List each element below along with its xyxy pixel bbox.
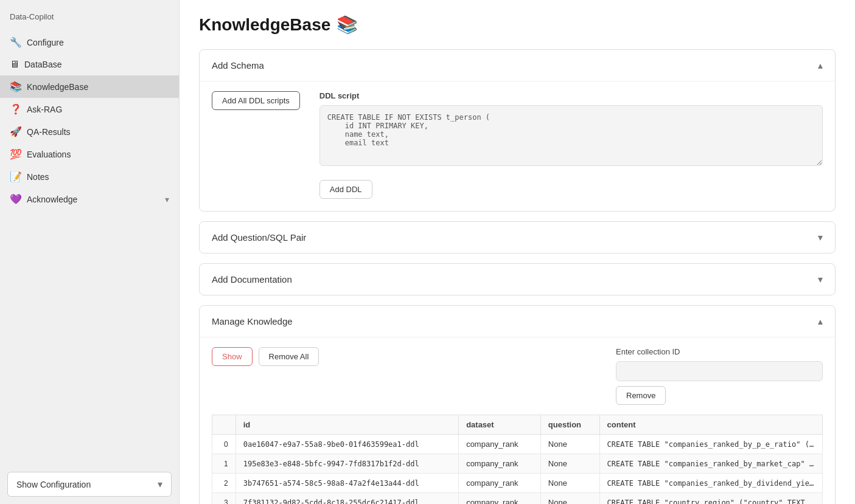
row-id: 195e83e3-e848-5bfc-9947-7fd8317b1f2d-ddl bbox=[236, 454, 458, 474]
row-dataset: company_rank bbox=[459, 435, 541, 454]
show-config-button[interactable]: Show Configuration ▾ bbox=[7, 472, 172, 497]
sidebar-label-evaluations: Evaluations bbox=[27, 150, 71, 159]
sidebar-label-configure: Configure bbox=[27, 38, 64, 47]
chevron-right-icon: ▾ bbox=[165, 195, 169, 204]
row-num: 0 bbox=[212, 435, 236, 454]
sidebar-item-evaluations[interactable]: 💯 Evaluations bbox=[0, 143, 179, 165]
collection-id-input[interactable] bbox=[616, 361, 823, 381]
manage-knowledge-section: Manage Knowledge ▴ Show Remove All Enter… bbox=[199, 305, 836, 504]
add-all-ddl-button[interactable]: Add All DDL scripts bbox=[212, 91, 300, 110]
sidebar-item-notes[interactable]: 📝 Notes bbox=[0, 165, 179, 188]
table-row: 2 3b747651-a574-58c5-98a8-47a2f4e13a44-d… bbox=[212, 474, 823, 493]
manage-knowledge-body: Show Remove All Enter collection ID Remo… bbox=[200, 337, 835, 504]
row-num: 3 bbox=[212, 493, 236, 505]
sidebar-label-knowledgebase: KnowledgeBase bbox=[27, 82, 88, 92]
sidebar-item-qa-results[interactable]: 🚀 QA-Results bbox=[0, 120, 179, 143]
table-row: 3 7f381132-9d82-5cdd-8c18-255dc6c21417-d… bbox=[212, 493, 823, 505]
add-question-section: Add Question/SQL Pair ▾ bbox=[199, 221, 836, 254]
row-content: CREATE TABLE "companies_ranked_by_p_e_ra… bbox=[599, 435, 822, 454]
manage-knowledge-header[interactable]: Manage Knowledge ▴ bbox=[200, 306, 835, 337]
chevron-down-icon-q: ▾ bbox=[818, 232, 823, 243]
sidebar: Data-Copilot 🔧 Configure 🖥 DataBase 📚 Kn… bbox=[0, 0, 180, 504]
page-title: KnowledgeBase 📚 bbox=[199, 15, 836, 35]
row-question: None bbox=[540, 435, 599, 454]
manage-knowledge-label: Manage Knowledge bbox=[212, 316, 293, 326]
chevron-up-icon-m: ▴ bbox=[818, 316, 823, 327]
row-num: 1 bbox=[212, 454, 236, 474]
remove-all-button[interactable]: Remove All bbox=[259, 347, 319, 366]
sidebar-item-database[interactable]: 🖥 DataBase bbox=[0, 54, 179, 75]
row-question: None bbox=[540, 454, 599, 474]
chevron-down-icon-d: ▾ bbox=[818, 274, 823, 285]
app-logo: Data-Copilot bbox=[0, 5, 179, 31]
row-id: 0ae16047-e9a7-55a8-9be0-01f463599ea1-ddl bbox=[236, 435, 458, 454]
add-documentation-label: Add Documentation bbox=[212, 274, 292, 285]
col-dataset: dataset bbox=[459, 415, 541, 435]
add-documentation-header[interactable]: Add Documentation ▾ bbox=[200, 264, 835, 295]
sidebar-icon-notes: 📝 bbox=[10, 171, 22, 182]
row-content: CREATE TABLE "country_region" ("country"… bbox=[599, 493, 822, 505]
row-question: None bbox=[540, 474, 599, 493]
sidebar-icon-acknowledge: 💜 bbox=[10, 193, 22, 205]
sidebar-icon-database: 🖥 bbox=[10, 59, 19, 70]
sidebar-item-acknowledge[interactable]: 💜 Acknowledge ▾ bbox=[0, 188, 179, 210]
row-dataset: company_rank bbox=[459, 474, 541, 493]
remove-button[interactable]: Remove bbox=[616, 386, 666, 405]
add-question-header[interactable]: Add Question/SQL Pair ▾ bbox=[200, 222, 835, 253]
add-documentation-section: Add Documentation ▾ bbox=[199, 263, 836, 295]
col-content: content bbox=[599, 415, 822, 435]
sidebar-label-ask-rag: Ask-RAG bbox=[27, 105, 62, 114]
main-content: KnowledgeBase 📚 Add Schema ▴ Add All DDL… bbox=[180, 0, 855, 504]
row-dataset: company_rank bbox=[459, 493, 541, 505]
book-emoji: 📚 bbox=[337, 15, 358, 35]
row-id: 7f381132-9d82-5cdd-8c18-255dc6c21417-ddl bbox=[236, 493, 458, 505]
sidebar-icon-configure: 🔧 bbox=[10, 36, 22, 48]
sidebar-item-ask-rag[interactable]: ❓ Ask-RAG bbox=[0, 98, 179, 120]
add-question-label: Add Question/SQL Pair bbox=[212, 232, 306, 243]
table-row: 0 0ae16047-e9a7-55a8-9be0-01f463599ea1-d… bbox=[212, 435, 823, 454]
sidebar-label-acknowledge: Acknowledge bbox=[27, 195, 77, 204]
ddl-label: DDL script bbox=[319, 91, 823, 100]
sidebar-item-knowledgebase[interactable]: 📚 KnowledgeBase bbox=[0, 75, 179, 98]
row-question: None bbox=[540, 493, 599, 505]
sidebar-label-database: DataBase bbox=[24, 60, 61, 69]
row-id: 3b747651-a574-58c5-98a8-47a2f4e13a44-ddl bbox=[236, 474, 458, 493]
table-row: 1 195e83e3-e848-5bfc-9947-7fd8317b1f2d-d… bbox=[212, 454, 823, 474]
col-id: id bbox=[236, 415, 458, 435]
sidebar-icon-qa-results: 🚀 bbox=[10, 126, 22, 137]
chevron-up-icon: ▴ bbox=[818, 60, 823, 71]
show-button[interactable]: Show bbox=[212, 347, 253, 366]
collection-id-label: Enter collection ID bbox=[616, 347, 823, 356]
col-num bbox=[212, 415, 236, 435]
sidebar-icon-ask-rag: ❓ bbox=[10, 103, 22, 115]
add-schema-body: Add All DDL scripts DDL script CREATE TA… bbox=[200, 81, 835, 211]
sidebar-label-qa-results: QA-Results bbox=[27, 127, 71, 137]
ddl-textarea[interactable]: CREATE TABLE IF NOT EXISTS t_person ( id… bbox=[319, 105, 823, 166]
add-ddl-button[interactable]: Add DDL bbox=[319, 180, 372, 199]
row-content: CREATE TABLE "companies_ranked_by_divide… bbox=[599, 474, 822, 493]
col-question: question bbox=[540, 415, 599, 435]
add-schema-section: Add Schema ▴ Add All DDL scripts DDL scr… bbox=[199, 49, 836, 212]
row-dataset: company_rank bbox=[459, 454, 541, 474]
add-schema-header[interactable]: Add Schema ▴ bbox=[200, 50, 835, 81]
row-content: CREATE TABLE "companies_ranked_by_market… bbox=[599, 454, 822, 474]
knowledge-table: id dataset question content 0 0ae16047-e… bbox=[212, 415, 823, 504]
row-num: 2 bbox=[212, 474, 236, 493]
sidebar-icon-knowledgebase: 📚 bbox=[10, 81, 22, 92]
show-config-label: Show Configuration bbox=[16, 480, 91, 489]
chevron-down-icon: ▾ bbox=[158, 478, 162, 490]
sidebar-icon-evaluations: 💯 bbox=[10, 148, 22, 160]
sidebar-item-configure[interactable]: 🔧 Configure bbox=[0, 31, 179, 54]
add-schema-label: Add Schema bbox=[212, 60, 264, 71]
sidebar-label-notes: Notes bbox=[27, 172, 49, 182]
